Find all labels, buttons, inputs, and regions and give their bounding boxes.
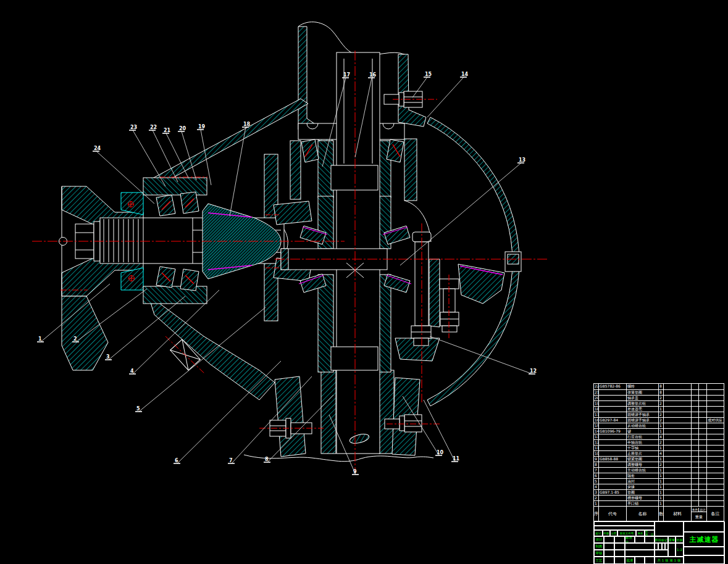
parts-cell-qty: 2 (659, 462, 664, 467)
parts-cell-material (664, 418, 692, 423)
parts-list-row: 3GB97.1-85垫圈1 (594, 489, 724, 495)
revision-header-5: 年、月、日 (645, 530, 655, 536)
parts-cell-name: 调整垫片组 (627, 401, 659, 406)
parts-cell-material (664, 446, 692, 450)
process-label: 工艺 (594, 557, 604, 564)
parts-cell-u (692, 401, 699, 406)
parts-cell-u (692, 468, 699, 473)
parts-cell-material (664, 468, 692, 473)
parts-cell-qty: 1 (659, 490, 664, 495)
parts-cell-u (692, 490, 699, 495)
balloon-number: 10 (437, 450, 444, 455)
parts-cell-remark (707, 462, 724, 467)
col-remark: 备注 (707, 507, 724, 521)
parts-cell-material (664, 440, 692, 445)
parts-cell-remark (707, 446, 724, 450)
parts-cell-remark (707, 496, 724, 500)
parts-cell-name: 轴承盖 (627, 396, 659, 400)
parts-cell-seq: 5 (594, 479, 599, 484)
parts-cell-code (599, 473, 627, 478)
parts-list-row: 1开口销1 (594, 500, 724, 506)
parts-cell-name: 调整螺母 (627, 462, 659, 467)
draft-label: 制图 (594, 543, 604, 550)
parts-cell-remark (707, 490, 724, 495)
parts-cell-u (692, 457, 699, 462)
parts-list-row: 11十字轴1 (594, 445, 724, 450)
parts-cell-code (599, 484, 627, 489)
col-weight-label: 重量 (692, 515, 706, 520)
parts-cell-material (664, 457, 692, 462)
parts-cell-u (692, 479, 699, 484)
parts-cell-qty: 1 (659, 423, 664, 428)
balloon-number: 15 (425, 72, 432, 77)
parts-cell-qty: 1 (659, 446, 664, 450)
balloon-number: 22 (150, 125, 157, 130)
parts-cell-t (699, 412, 707, 417)
balloon-number: 8 (265, 457, 269, 462)
parts-cell-t (699, 462, 707, 467)
parts-cell-u (692, 384, 699, 389)
parts-cell-material (664, 451, 692, 456)
revision-header-0: 标记 (594, 530, 603, 536)
balloon-number: 17 (343, 72, 350, 78)
parts-cell-name: 圆锥滚子轴承 (627, 418, 659, 423)
parts-cell-t (699, 407, 707, 412)
parts-cell-seq: 18 (594, 407, 599, 412)
parts-cell-u (692, 390, 699, 395)
parts-cell-material (664, 412, 692, 417)
parts-cell-qty: 2 (659, 440, 664, 445)
parts-cell-u (692, 501, 699, 506)
parts-cell-remark (707, 434, 724, 439)
parts-list-row: 14GB1096-79键1 (594, 428, 724, 434)
parts-cell-seq: 20 (594, 396, 599, 400)
parts-cell-u (692, 418, 699, 423)
parts-cell-qty: 1 (659, 501, 664, 506)
parts-cell-qty: 2 (659, 412, 664, 417)
leader-line (400, 163, 521, 265)
parts-cell-t (699, 429, 707, 434)
parts-cell-code (599, 412, 627, 417)
parts-cell-material (664, 396, 692, 400)
col-qty: 数 (659, 507, 664, 521)
parts-cell-u (692, 429, 699, 434)
weight-label: 重量 (668, 536, 676, 543)
parts-list-row: 16GB297-84圆锥滚子轴承2成对供应 (594, 417, 724, 423)
scale-label: 比例 (676, 536, 684, 543)
parts-cell-code (599, 479, 627, 484)
parts-list-row: 2槽形螺母1 (594, 495, 724, 500)
parts-cell-seq: 13 (594, 434, 599, 439)
parts-cell-u (692, 407, 699, 412)
parts-cell-remark (707, 396, 724, 400)
design-label: 设计 (594, 536, 604, 543)
parts-cell-code (599, 446, 627, 450)
parts-cell-code (599, 440, 627, 445)
parts-cell-t (699, 473, 707, 478)
parts-cell-material (664, 490, 692, 495)
parts-cell-u (692, 451, 699, 456)
standardization-label: 标准化 (625, 536, 635, 543)
parts-cell-code (599, 434, 627, 439)
parts-list-row: 4突缘1 (594, 484, 724, 489)
parts-list-row: 18差速器壳1 (594, 406, 724, 412)
parts-list-row: 7主动锥齿轮1 (594, 467, 724, 473)
parts-cell-name: 键 (627, 429, 659, 434)
parts-cell-name: 差速器壳 (627, 407, 659, 412)
parts-cell-u (692, 496, 699, 500)
balloon-number: 24 (94, 146, 101, 151)
parts-cell-u (692, 473, 699, 478)
parts-cell-t (699, 440, 707, 445)
parts-cell-name: 突缘 (627, 484, 659, 489)
parts-cell-seq: 2 (594, 496, 599, 500)
parts-cell-seq: 17 (594, 412, 599, 417)
parts-list-row: 8调整螺母2 (594, 462, 724, 467)
parts-cell-code: GB5782-86 (599, 384, 627, 389)
parts-cell-code (599, 501, 627, 506)
parts-cell-u (692, 484, 699, 489)
col-material: 材料 (664, 507, 692, 521)
parts-cell-u (692, 423, 699, 428)
parts-cell-remark (707, 440, 724, 445)
col-name: 名称 (627, 507, 659, 521)
parts-cell-t (699, 484, 707, 489)
parts-cell-material (664, 429, 692, 434)
parts-cell-t (699, 418, 707, 423)
